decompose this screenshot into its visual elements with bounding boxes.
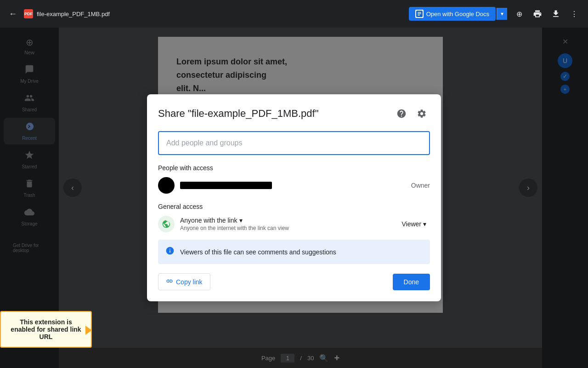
info-box: Viewers of this file can see comments an… <box>158 240 430 264</box>
more-options-button[interactable]: ⋮ <box>566 6 582 22</box>
modal-footer: Copy link Done <box>158 273 430 290</box>
extension-message: This extension is enabled for shared lin… <box>11 318 81 340</box>
done-button[interactable]: Done <box>393 274 430 290</box>
access-row: Anyone with the link ▾ Anyone on the int… <box>158 216 430 232</box>
extension-arrow <box>85 326 92 335</box>
settings-button[interactable] <box>413 105 430 122</box>
tab-title: file-example_PDF_1MB.pdf <box>37 11 110 17</box>
link-icon <box>166 277 173 286</box>
add-tab-button[interactable]: ⊕ <box>511 6 527 22</box>
person-info <box>180 182 411 189</box>
open-with-google-docs-button[interactable]: Open with Google Docs <box>409 7 496 21</box>
svg-rect-1 <box>418 12 421 13</box>
open-with-dropdown-button[interactable]: ▾ <box>497 8 507 20</box>
people-row: Owner <box>158 177 430 194</box>
access-description: Anyone on the internet with the link can… <box>180 225 398 231</box>
help-button[interactable] <box>393 105 410 122</box>
anyone-with-link-button[interactable]: Anyone with the link ▾ <box>180 217 243 224</box>
pdf-icon: PDF <box>24 9 33 18</box>
google-docs-icon <box>415 10 424 18</box>
info-message: Viewers of this file can see comments an… <box>180 248 336 256</box>
share-modal: Share "file-example_PDF_1MB.pdf" People … <box>147 94 441 301</box>
svg-rect-2 <box>418 13 421 14</box>
toolbar-icons: ⊕ ⋮ <box>511 6 582 22</box>
person-name <box>180 182 272 189</box>
print-button[interactable] <box>529 6 546 22</box>
viewer-role-button[interactable]: Viewer ▾ <box>398 218 430 230</box>
copy-link-button[interactable]: Copy link <box>158 273 210 290</box>
info-icon <box>165 246 175 258</box>
back-button[interactable]: ← <box>6 6 20 21</box>
svg-rect-3 <box>418 15 420 16</box>
person-avatar <box>158 177 175 194</box>
anyone-with-link-icon <box>158 216 175 232</box>
viewer-label: Viewer <box>401 220 421 228</box>
viewer-dropdown-icon: ▾ <box>423 220 426 228</box>
person-role: Owner <box>411 182 430 189</box>
main-area: ⊕ New My Drive Shared Recent Starred <box>0 28 588 368</box>
modal-title: Share "file-example_PDF_1MB.pdf" <box>158 108 318 120</box>
modal-header: Share "file-example_PDF_1MB.pdf" <box>158 105 430 122</box>
extension-tooltip: This extension is enabled for shared lin… <box>0 311 92 348</box>
download-button[interactable] <box>548 6 564 22</box>
access-dropdown-icon: ▾ <box>239 217 243 224</box>
copy-link-label: Copy link <box>176 278 203 286</box>
people-with-access-title: People with access <box>158 164 430 172</box>
modal-header-icons <box>393 105 430 122</box>
open-with-label: Open with Google Docs <box>426 11 489 17</box>
browser-bar: ← PDF file-example_PDF_1MB.pdf Open with… <box>0 0 588 28</box>
general-access-title: General access <box>158 203 430 210</box>
access-info: Anyone with the link ▾ Anyone on the int… <box>180 217 398 231</box>
add-people-input[interactable] <box>158 131 430 155</box>
anyone-with-link-label: Anyone with the link <box>180 217 237 224</box>
tab-area: PDF file-example_PDF_1MB.pdf <box>24 9 405 18</box>
